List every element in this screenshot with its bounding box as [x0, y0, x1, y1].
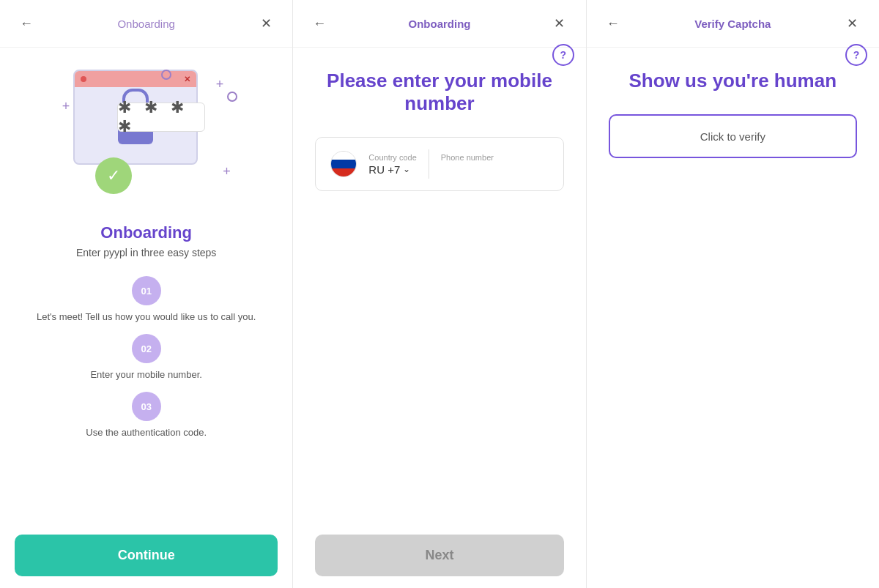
country-code-selector[interactable]: RU +7 ⌄ [368, 163, 416, 176]
flag-red-stripe [331, 168, 356, 176]
onboarding-illustration: ✕ ✱ ✱ ✱ ✱ ✓ + [59, 62, 234, 209]
step-text-2: Enter your mobile number. [90, 369, 201, 380]
panel2-header: ← Onboarding ✕ [293, 0, 585, 48]
phone-number-label: Phone number [441, 153, 549, 162]
step-text-3: Use the authentication code. [86, 427, 207, 438]
panel3-main-title: Show us you're human [609, 70, 857, 92]
step-circle-3: 03 [132, 392, 161, 421]
panel3-content: Show us you're human Click to verify [587, 48, 879, 588]
panel-verify-captcha: ← Verify Captcha ✕ ? Show us you're huma… [587, 0, 879, 588]
panel1-footer: Continue [0, 523, 292, 588]
panel2-close-button[interactable]: ✕ [548, 12, 571, 35]
phone-input-box: Country code RU +7 ⌄ Phone number [315, 137, 563, 191]
panel2-back-button[interactable]: ← [308, 12, 331, 35]
panel2-footer: Next [293, 523, 585, 588]
phone-divider [429, 149, 429, 179]
flag-blue-stripe [331, 160, 356, 168]
panel2-content: Please enter your mobile number Country … [293, 48, 585, 523]
onboarding-subtitle: Enter pyypl in three easy steps [76, 247, 216, 258]
illus-dot [81, 76, 86, 82]
step-item-1: 01 Let's meet! Tell us how you would lik… [15, 276, 278, 322]
step-text-1: Let's meet! Tell us how you would like u… [37, 311, 256, 322]
illus-password-dots: ✱ ✱ ✱ ✱ [118, 98, 204, 136]
flag-container [330, 151, 357, 177]
illus-titlebar: ✕ [75, 71, 196, 87]
illus-close-x: ✕ [184, 75, 190, 84]
panel1-title: Onboarding [38, 18, 254, 30]
phone-number-input[interactable] [441, 163, 549, 176]
russia-flag [330, 151, 357, 177]
panel2-title: Onboarding [331, 18, 547, 30]
next-button[interactable]: Next [315, 535, 563, 576]
panel3-title: Verify Captcha [625, 18, 841, 30]
panel3-back-button[interactable]: ← [601, 12, 625, 35]
illus-circle-deco1 [161, 70, 171, 80]
captcha-label: Click to verify [700, 130, 765, 143]
panel1-header: ← Onboarding ✕ [0, 0, 292, 48]
illus-password-box: ✱ ✱ ✱ ✱ [117, 103, 205, 132]
panel1-close-button[interactable]: ✕ [254, 12, 278, 35]
panel-onboarding-intro: ← Onboarding ✕ ✕ [0, 0, 293, 588]
panel3-header: ← Verify Captcha ✕ [587, 0, 879, 48]
illus-plus1: + [62, 99, 70, 114]
panel3-help-icon[interactable]: ? [845, 44, 867, 66]
phone-number-area: Phone number [441, 153, 549, 176]
step-circle-1: 01 [132, 276, 161, 305]
country-code-label: Country code [368, 153, 416, 162]
step-circle-2: 02 [132, 334, 161, 363]
panel2-help-icon[interactable]: ? [552, 44, 574, 66]
country-code-value-text: RU +7 [368, 163, 400, 176]
country-code-area: Country code RU +7 ⌄ [368, 153, 416, 176]
panel-mobile-number: ← Onboarding ✕ ? Please enter your mobil… [293, 0, 586, 588]
panel3-close-button[interactable]: ✕ [841, 12, 864, 35]
captcha-verify-box[interactable]: Click to verify [609, 114, 857, 158]
illus-plus3: + [223, 164, 231, 179]
illus-circle-deco2 [227, 92, 237, 102]
step-list: 01 Let's meet! Tell us how you would lik… [15, 276, 278, 438]
illus-checkmark: ✓ [95, 157, 132, 194]
onboarding-main-title: Onboarding [100, 223, 192, 242]
step-item-2: 02 Enter your mobile number. [15, 334, 278, 380]
flag-white-stripe [331, 152, 356, 160]
continue-button[interactable]: Continue [15, 535, 278, 576]
panel1-back-button[interactable]: ← [15, 12, 38, 35]
panel1-content: ✕ ✱ ✱ ✱ ✱ ✓ + [0, 48, 292, 523]
step-item-3: 03 Use the authentication code. [15, 392, 278, 438]
panel2-main-title: Please enter your mobile number [315, 70, 563, 115]
country-code-chevron-down-icon: ⌄ [403, 164, 410, 174]
illus-plus2: + [216, 77, 224, 92]
